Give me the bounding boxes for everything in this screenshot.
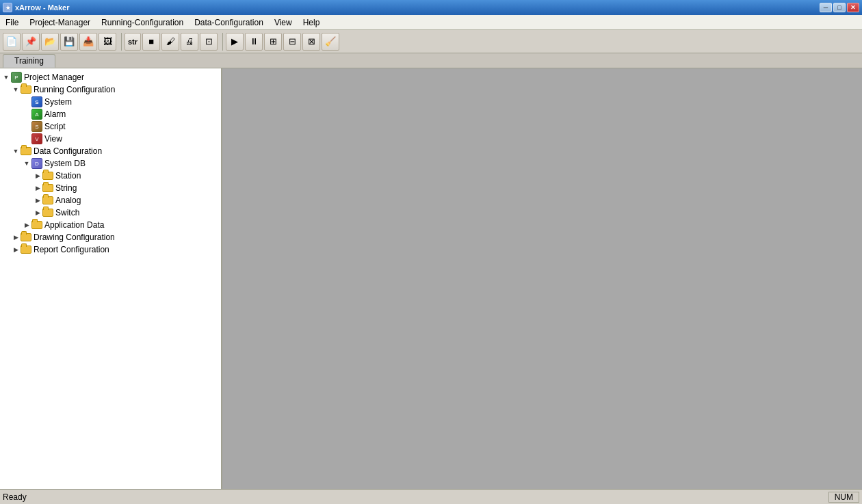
app-icon: ★ bbox=[3, 3, 12, 12]
station-icon bbox=[42, 170, 53, 181]
view-icon: V bbox=[31, 133, 42, 144]
data-config-label: Data Configuration bbox=[34, 146, 102, 156]
expand-switch[interactable]: ▶ bbox=[33, 208, 42, 217]
script-label: Script bbox=[44, 122, 66, 131]
expand-station[interactable]: ▶ bbox=[33, 171, 42, 181]
analog-icon bbox=[42, 195, 53, 206]
toolbar-btn-save2[interactable]: 📥 bbox=[79, 33, 97, 51]
drawing-config-icon bbox=[21, 232, 31, 243]
close-button[interactable]: ✕ bbox=[847, 3, 859, 12]
tree-item-view[interactable]: ▶ V View bbox=[0, 133, 221, 145]
view-label: View bbox=[44, 134, 62, 144]
tree-item-running-config[interactable]: ▼ Running Configuration bbox=[0, 83, 221, 96]
analog-label: Analog bbox=[55, 196, 81, 205]
tree-root-project-manager[interactable]: ▼ P Project Manager bbox=[0, 71, 221, 83]
menu-bar: FileProject-ManagerRunning-Configuration… bbox=[0, 15, 862, 30]
tree-item-switch[interactable]: ▶ Switch bbox=[0, 207, 221, 219]
title-bar-text: xArrow - Maker bbox=[15, 3, 69, 12]
toolbar-btn-print[interactable]: 🖨 bbox=[181, 33, 198, 51]
toolbar-btn-erase[interactable]: 🧹 bbox=[322, 33, 339, 51]
system-db-label: System DB bbox=[44, 159, 86, 168]
system-db-icon: D bbox=[31, 158, 42, 169]
toolbar-sep-2 bbox=[220, 33, 223, 51]
tree-item-data-config[interactable]: ▼ Data Configuration bbox=[0, 145, 221, 157]
tab-training[interactable]: Training bbox=[3, 54, 55, 68]
menu-item-help[interactable]: Help bbox=[298, 15, 326, 29]
expand-analog[interactable]: ▶ bbox=[33, 196, 42, 205]
toolbar-btn-play[interactable]: ▶ bbox=[226, 33, 244, 51]
system-icon: S bbox=[31, 96, 42, 107]
switch-label: Switch bbox=[55, 208, 79, 217]
alarm-icon: A bbox=[31, 109, 42, 120]
status-num: NUM bbox=[828, 492, 859, 503]
toolbar-btn-pause[interactable]: ⏸ bbox=[245, 33, 263, 51]
string-label: String bbox=[55, 183, 77, 193]
menu-item-data-configuration[interactable]: Data-Configuration bbox=[189, 15, 269, 29]
toolbar-btn-str[interactable]: str bbox=[125, 33, 141, 51]
expand-data-config[interactable]: ▼ bbox=[11, 146, 21, 156]
drawing-config-label: Drawing Configuration bbox=[34, 233, 115, 242]
window-controls: ─ □ ✕ bbox=[820, 3, 859, 12]
status-bar: Ready NUM bbox=[0, 489, 862, 504]
status-text: Ready bbox=[3, 492, 27, 502]
toolbar: 📄📌📂💾📥🖼str■🖌🖨⊡▶⏸⊞⊟⊠🧹 bbox=[0, 30, 862, 53]
minimize-button[interactable]: ─ bbox=[820, 3, 832, 12]
running-config-label: Running Configuration bbox=[34, 85, 115, 94]
toolbar-btn-img[interactable]: 🖼 bbox=[99, 33, 116, 51]
maximize-button[interactable]: □ bbox=[833, 3, 846, 12]
menu-item-project-manager[interactable]: Project-Manager bbox=[24, 15, 96, 29]
report-config-label: Report Configuration bbox=[34, 245, 109, 254]
menu-item-view[interactable]: View bbox=[269, 15, 298, 29]
expand-running-config[interactable]: ▼ bbox=[11, 85, 21, 94]
toolbar-btn-new[interactable]: 📄 bbox=[3, 33, 21, 51]
expand-system-db[interactable]: ▼ bbox=[22, 159, 31, 168]
toolbar-btn-print2[interactable]: ⊡ bbox=[200, 33, 218, 51]
toolbar-sep-1 bbox=[119, 33, 122, 51]
expand-string[interactable]: ▶ bbox=[33, 183, 42, 193]
toolbar-btn-sq[interactable]: ■ bbox=[142, 33, 160, 51]
toolbar-btn-brush[interactable]: 🖌 bbox=[161, 33, 179, 51]
script-icon: S bbox=[31, 121, 42, 132]
tree-panel: ▼ P Project Manager ▼ Running Configurat… bbox=[0, 68, 222, 489]
main-content: ▼ P Project Manager ▼ Running Configurat… bbox=[0, 68, 862, 489]
tree-item-app-data[interactable]: ▶ Application Data bbox=[0, 219, 221, 231]
title-bar: ★ xArrow - Maker ─ □ ✕ bbox=[0, 0, 862, 15]
switch-icon bbox=[42, 207, 53, 218]
toolbar-btn-btn2[interactable]: ⊟ bbox=[283, 33, 301, 51]
project-manager-icon: P bbox=[11, 72, 22, 83]
app-data-icon bbox=[31, 220, 42, 230]
system-label: System bbox=[44, 97, 72, 107]
report-config-icon bbox=[21, 244, 31, 255]
tree-item-system[interactable]: ▶ S System bbox=[0, 96, 221, 108]
tree-item-station[interactable]: ▶ Station bbox=[0, 170, 221, 182]
tree-item-string[interactable]: ▶ String bbox=[0, 182, 221, 194]
tree-item-report-config[interactable]: ▶ Report Configuration bbox=[0, 243, 221, 256]
data-config-icon bbox=[21, 146, 31, 157]
string-icon bbox=[42, 183, 53, 194]
toolbar-btn-pin[interactable]: 📌 bbox=[22, 33, 40, 51]
content-area bbox=[222, 68, 862, 489]
project-manager-label: Project Manager bbox=[24, 72, 84, 82]
app-data-label: Application Data bbox=[44, 220, 104, 230]
tree-item-alarm[interactable]: ▶ A Alarm bbox=[0, 108, 221, 120]
expand-app-data[interactable]: ▶ bbox=[22, 220, 31, 230]
toolbar-btn-open[interactable]: 📂 bbox=[41, 33, 59, 51]
tree-item-analog[interactable]: ▶ Analog bbox=[0, 194, 221, 207]
tab-bar: Training bbox=[0, 53, 862, 68]
toolbar-btn-btn1[interactable]: ⊞ bbox=[264, 33, 282, 51]
tree-item-script[interactable]: ▶ S Script bbox=[0, 120, 221, 133]
toolbar-btn-save[interactable]: 💾 bbox=[60, 33, 78, 51]
title-bar-left: ★ xArrow - Maker bbox=[3, 3, 69, 12]
expand-drawing-config[interactable]: ▶ bbox=[11, 233, 21, 242]
running-config-icon bbox=[21, 84, 31, 95]
expand-project-manager[interactable]: ▼ bbox=[1, 72, 11, 82]
expand-report-config[interactable]: ▶ bbox=[11, 245, 21, 254]
menu-item-file[interactable]: File bbox=[0, 15, 24, 29]
toolbar-btn-btn3[interactable]: ⊠ bbox=[302, 33, 320, 51]
menu-item-running-configuration[interactable]: Running-Configuration bbox=[96, 15, 189, 29]
tree-item-drawing-config[interactable]: ▶ Drawing Configuration bbox=[0, 231, 221, 243]
tree-item-system-db[interactable]: ▼ D System DB bbox=[0, 157, 221, 170]
alarm-label: Alarm bbox=[44, 109, 66, 119]
station-label: Station bbox=[55, 171, 81, 181]
